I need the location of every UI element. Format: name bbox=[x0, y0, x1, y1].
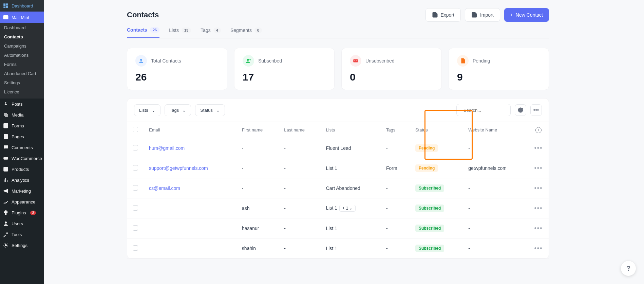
filter-tags[interactable]: Tags⌄ bbox=[165, 104, 191, 116]
row-more-button[interactable]: ••• bbox=[534, 145, 543, 152]
submenu-item-contacts[interactable]: Contacts bbox=[0, 32, 44, 41]
tabs: Contacts26Lists13Tags4Segments0 bbox=[127, 27, 549, 38]
contacts-table: EmailFirst nameLast nameListsTagsStatusW… bbox=[127, 122, 549, 259]
col-email: Email bbox=[144, 122, 236, 138]
cell-first-name: hasanur bbox=[236, 218, 279, 238]
sidebar-item-appearance[interactable]: Appearance bbox=[0, 196, 44, 207]
row-checkbox[interactable] bbox=[133, 185, 138, 191]
email-link[interactable]: support@getwpfunnels.com bbox=[149, 165, 208, 171]
lists-extra[interactable]: + 1 ⌄ bbox=[339, 205, 356, 212]
settings-icon bbox=[3, 242, 9, 248]
sidebar-item-settings[interactable]: Settings bbox=[0, 240, 44, 251]
help-fab[interactable]: ? bbox=[621, 261, 636, 276]
row-more-button[interactable]: ••• bbox=[534, 205, 543, 212]
table-row: ash-List 1+ 1 ⌄-Subscribed-••• bbox=[127, 198, 549, 218]
cell-last-name: - bbox=[279, 158, 320, 178]
plugins-icon bbox=[3, 210, 9, 216]
cell-email bbox=[144, 198, 236, 218]
sidebar-item-comments[interactable]: Comments bbox=[0, 142, 44, 153]
tab-tags[interactable]: Tags4 bbox=[201, 27, 221, 38]
refresh-button[interactable] bbox=[515, 104, 526, 116]
svg-rect-4 bbox=[4, 167, 8, 171]
svg-point-7 bbox=[140, 59, 142, 61]
filter-status[interactable]: Status⌄ bbox=[195, 104, 225, 116]
cell-status: Subscribed bbox=[410, 178, 463, 198]
search-input-wrap[interactable] bbox=[456, 104, 511, 116]
sidebar-item-marketing[interactable]: Marketing bbox=[0, 185, 44, 196]
row-more-button[interactable]: ••• bbox=[534, 245, 543, 252]
users-icon bbox=[135, 55, 147, 67]
submenu-item-abandoned-cart[interactable]: Abandoned Cart bbox=[0, 69, 44, 78]
col-tags: Tags bbox=[381, 122, 410, 138]
sidebar-item-woocommerce[interactable]: WooCommerce bbox=[0, 153, 44, 164]
page-title: Contacts bbox=[127, 11, 159, 19]
cell-status: Subscribed bbox=[410, 218, 463, 238]
plus-icon: + bbox=[510, 12, 513, 18]
mailx-icon bbox=[350, 55, 361, 67]
export-button[interactable]: Export bbox=[425, 8, 461, 22]
svg-point-8 bbox=[247, 59, 249, 61]
filter-lists[interactable]: Lists⌄ bbox=[134, 104, 160, 116]
email-link[interactable]: hum@gmail.com bbox=[149, 145, 185, 151]
cell-first-name: - bbox=[236, 138, 279, 158]
row-checkbox[interactable] bbox=[133, 145, 138, 150]
row-checkbox[interactable] bbox=[133, 245, 138, 251]
row-more-button[interactable]: ••• bbox=[534, 185, 543, 192]
analytics-icon bbox=[3, 177, 9, 183]
stat-card-subscribed: Subscribed17 bbox=[234, 48, 335, 90]
cell-status: Pending bbox=[410, 138, 463, 158]
sidebar-item-forms[interactable]: Forms bbox=[0, 120, 44, 131]
submenu-item-campaigns[interactable]: Campaigns bbox=[0, 41, 44, 51]
submenu-item-dashboard[interactable]: Dashboard bbox=[0, 23, 44, 32]
cell-website: - bbox=[463, 178, 528, 198]
more-options-button[interactable]: ••• bbox=[530, 104, 542, 116]
svg-rect-9 bbox=[353, 59, 358, 63]
refresh-icon bbox=[517, 107, 524, 113]
search-input[interactable] bbox=[463, 108, 520, 113]
select-all-checkbox[interactable] bbox=[133, 127, 138, 132]
comments-icon bbox=[3, 144, 9, 150]
tab-lists[interactable]: Lists13 bbox=[169, 27, 191, 38]
mail-icon bbox=[3, 14, 9, 20]
export-icon bbox=[432, 12, 438, 18]
submenu-item-forms[interactable]: Forms bbox=[0, 60, 44, 69]
tab-segments[interactable]: Segments0 bbox=[230, 27, 262, 38]
cell-first-name: - bbox=[236, 178, 279, 198]
users-icon bbox=[3, 220, 9, 227]
email-link[interactable]: cs@email.com bbox=[149, 185, 180, 191]
col-status: Status bbox=[410, 122, 463, 138]
row-checkbox[interactable] bbox=[133, 225, 138, 231]
stat-card-unsubscribed: Unsubscribed0 bbox=[341, 48, 442, 90]
pages-icon bbox=[3, 134, 9, 140]
row-checkbox[interactable] bbox=[133, 165, 138, 171]
main-content: Contacts Export Import + New Contact Con… bbox=[44, 0, 644, 284]
sidebar-item-tools[interactable]: Tools bbox=[0, 229, 44, 240]
sidebar-item-mail-mint[interactable]: Mail Mint bbox=[0, 12, 44, 23]
sidebar-item-pages[interactable]: Pages bbox=[0, 131, 44, 142]
stat-card-total-contacts: Total Contacts26 bbox=[127, 48, 227, 90]
sidebar-item-analytics[interactable]: Analytics bbox=[0, 175, 44, 185]
submenu-item-settings[interactable]: Settings bbox=[0, 78, 44, 87]
cell-website: - bbox=[463, 238, 528, 259]
row-checkbox[interactable] bbox=[133, 205, 138, 211]
add-column-button[interactable]: + bbox=[535, 127, 542, 133]
sidebar-item-products[interactable]: Products bbox=[0, 164, 44, 175]
sidebar-item-media[interactable]: Media bbox=[0, 109, 44, 120]
new-contact-button[interactable]: + New Contact bbox=[504, 8, 549, 22]
sidebar-item-users[interactable]: Users bbox=[0, 218, 44, 229]
sidebar-item-dashboard[interactable]: Dashboard bbox=[0, 0, 44, 12]
submenu-item-licence[interactable]: Licence bbox=[0, 87, 44, 96]
cell-tags: Form bbox=[381, 158, 410, 178]
stats-row: Total Contacts26Subscribed17Unsubscribed… bbox=[127, 48, 549, 90]
cell-email bbox=[144, 238, 236, 259]
cell-email: cs@email.com bbox=[144, 178, 236, 198]
sidebar-item-plugins[interactable]: Plugins3 bbox=[0, 207, 44, 218]
tab-contacts[interactable]: Contacts26 bbox=[127, 27, 159, 38]
sidebar-item-posts[interactable]: Posts bbox=[0, 99, 44, 109]
row-more-button[interactable]: ••• bbox=[534, 165, 543, 172]
admin-sidebar: DashboardMail Mint DashboardContactsCamp… bbox=[0, 0, 44, 284]
submenu-item-automations[interactable]: Automations bbox=[0, 51, 44, 60]
import-button[interactable]: Import bbox=[465, 8, 500, 22]
cell-tags: - bbox=[381, 198, 410, 218]
row-more-button[interactable]: ••• bbox=[534, 225, 543, 232]
